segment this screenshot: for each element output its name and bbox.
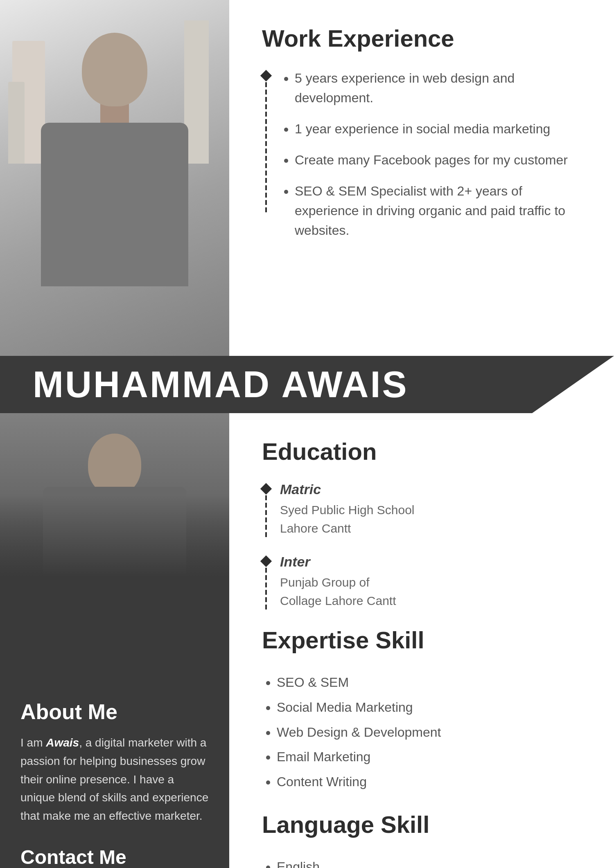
education-title: Education	[262, 438, 581, 465]
bottom-photo	[0, 413, 229, 699]
edu-diamond-2	[260, 555, 272, 567]
about-title: About Me	[20, 699, 209, 724]
edu-timeline-1	[262, 481, 270, 537]
language-title: Language Skill	[262, 811, 581, 838]
work-list: 5 years experience in web design and dev…	[282, 68, 581, 252]
edu-school-inter: Punjab Group ofCollage Lahore Cantt	[280, 573, 581, 610]
bottom-section: About Me I am Awais, a digital marketer …	[0, 413, 614, 868]
expertise-list: SEO & SEM Social Media Marketing Web Des…	[262, 670, 581, 794]
about-text: I am Awais, a digital marketer with a pa…	[20, 734, 209, 825]
edu-item-matric: Matric Syed Public High SchoolLahore Can…	[262, 481, 581, 537]
timeline-line	[262, 68, 270, 252]
work-item-3: Create many Facebook pages for my custom…	[295, 150, 581, 170]
edu-dashes-1	[265, 495, 267, 537]
work-item-1: 5 years experience in web design and dev…	[295, 68, 581, 108]
skill-seo: SEO & SEM	[277, 670, 581, 695]
skill-content: Content Writing	[277, 769, 581, 794]
about-contact-content: About Me I am Awais, a digital marketer …	[20, 699, 209, 868]
skill-social: Social Media Marketing	[277, 695, 581, 720]
top-photo	[0, 0, 229, 356]
edu-school-matric: Syed Public High SchoolLahore Cantt	[280, 501, 581, 537]
edu-timeline-2	[262, 554, 270, 610]
timeline-dashes	[265, 82, 267, 252]
contact-title: Contact Me	[20, 846, 209, 868]
edu-diamond-1	[260, 483, 272, 495]
work-experience-content: 5 years experience in web design and dev…	[262, 68, 581, 252]
skill-email: Email Marketing	[277, 744, 581, 769]
bottom-right-panel: Education	[229, 413, 614, 868]
full-name: MUHAMMAD AWAIS	[33, 364, 409, 406]
lang-english: English	[277, 855, 581, 868]
language-list: English Urdu Punjabi	[262, 855, 581, 868]
resume-page: Work Experience	[0, 0, 614, 868]
work-experience-section: Work Experience	[229, 0, 614, 356]
work-experience-title: Work Experience	[262, 25, 581, 52]
education-section: Education	[262, 438, 581, 610]
edu-text-inter: Inter Punjab Group ofCollage Lahore Cant…	[280, 554, 581, 610]
language-section: Language Skill English Urdu Punjabi	[262, 811, 581, 868]
edu-degree-inter: Inter	[280, 554, 581, 570]
work-item-4: SEO & SEM Specialist with 2+ years of ex…	[295, 181, 581, 240]
expertise-title: Expertise Skill	[262, 626, 581, 654]
edu-text-matric: Matric Syed Public High SchoolLahore Can…	[280, 481, 581, 537]
work-item-2: 1 year experience in social media market…	[295, 119, 581, 139]
name-banner: MUHAMMAD AWAIS	[0, 356, 614, 413]
timeline-diamond	[260, 70, 272, 81]
about-name-bold: Awais	[46, 736, 79, 749]
edu-degree-matric: Matric	[280, 481, 581, 497]
skill-web: Web Design & Development	[277, 720, 581, 745]
top-section: Work Experience	[0, 0, 614, 356]
edu-dashes-2	[265, 568, 267, 610]
expertise-section: Expertise Skill SEO & SEM Social Media M…	[262, 626, 581, 794]
edu-item-inter: Inter Punjab Group ofCollage Lahore Cant…	[262, 554, 581, 610]
bottom-left-panel: About Me I am Awais, a digital marketer …	[0, 413, 229, 868]
